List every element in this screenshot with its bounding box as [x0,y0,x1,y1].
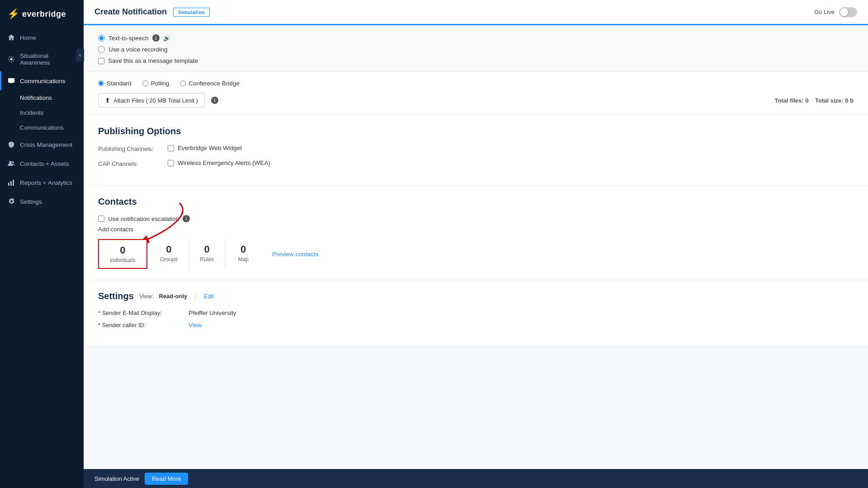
svg-rect-4 [10,181,12,186]
sidebar-collapse-button[interactable]: « [76,49,84,61]
publishing-channels-options: Everbridge Web Widget [168,145,242,155]
view-mode: Read-only [159,293,187,300]
web-widget-label: Everbridge Web Widget [178,145,242,151]
total-size-label: Total size: [815,97,844,104]
text-to-speech-radio[interactable] [98,35,105,42]
attach-info-icon[interactable]: i [211,97,218,104]
preview-contacts-link[interactable]: Preview contacts [272,239,318,269]
voice-recording-row: Use a voice recording [98,46,854,53]
sidebar-item-home[interactable]: Home [0,28,84,47]
sidebar-item-incidents[interactable]: Incidents [0,105,84,120]
settings-section: Settings View: Read-only | Edit * Sender… [84,280,868,345]
sidebar-item-communications-sub-label: Communications [20,124,64,131]
sender-email-value: Pfeiffer University [189,310,236,316]
reports-analytics-icon [7,178,15,187]
collapse-icon: « [79,52,81,58]
situational-awareness-icon [7,55,15,63]
svg-point-0 [10,58,13,61]
text-to-speech-label: Text-to-speech [108,35,149,42]
groups-label: Groups [160,256,178,263]
contacts-section: Contacts Use notification escalation i A… [84,186,868,280]
audio-icon[interactable]: 🔊 [163,34,170,42]
individuals-counter[interactable]: 0 Individuals [98,239,147,269]
map-counter[interactable]: 0 Map [225,239,261,269]
rules-count: 0 [204,244,209,255]
separator: | [194,292,196,300]
wea-checkbox[interactable] [168,160,174,166]
settings-header: Settings View: Read-only | Edit [98,291,854,301]
groups-counter[interactable]: 0 Groups [149,239,189,269]
sidebar-item-contacts-assets[interactable]: Contacts + Assets [0,154,84,173]
view-label: View: [139,293,154,300]
sidebar-item-situational-awareness-label: Situational Awareness [20,52,76,66]
go-live-toggle[interactable] [839,7,857,17]
sender-caller-view-link[interactable]: View [189,322,202,328]
settings-icon [7,197,15,206]
conference-bridge-option[interactable]: Conference Bridge [180,80,240,87]
sidebar-nav: Home Situational Awareness Communication… [0,26,84,488]
total-size-value: 0 b [845,97,854,104]
page-title: Create Notification [94,7,167,17]
crisis-management-icon [7,141,15,149]
sidebar-item-notifications[interactable]: Notifications [0,90,84,105]
sidebar-item-settings[interactable]: Settings [0,192,84,211]
file-stats: Total files: 0 Total size: 0 b [775,97,854,104]
info-icon[interactable]: i [152,34,160,42]
web-widget-option[interactable]: Everbridge Web Widget [168,145,242,151]
go-live-label: Go Live [814,9,835,15]
escalation-info-icon[interactable]: i [183,215,190,222]
standard-label: Standard [107,80,132,87]
topbar: Create Notification Simulation Go Live [84,0,868,25]
sidebar-item-settings-label: Settings [20,198,42,205]
contacts-title: Contacts [98,197,854,207]
sidebar-item-home-label: Home [20,34,36,41]
attach-files-button[interactable]: ⬆ Attach Files ( 20 MB Total Limit ) [98,93,205,108]
polling-option[interactable]: Polling [142,80,170,87]
cap-channels-row: CAP Channels: Wireless Emergency Alerts … [98,160,854,170]
publishing-title: Publishing Options [98,126,854,136]
svg-rect-5 [13,180,14,186]
sidebar-item-reports-analytics[interactable]: Reports + Analytics [0,173,84,192]
escalation-label: Use notification escalation [108,216,179,222]
sender-email-row: * Sender E-Mail Display: Pfeiffer Univer… [98,310,854,316]
save-template-checkbox[interactable] [98,58,104,64]
escalation-checkbox[interactable] [98,216,104,222]
rules-counter[interactable]: 0 Rules [189,239,225,269]
text-to-speech-row: Text-to-speech i 🔊 [98,34,854,42]
voice-recording-radio[interactable] [98,46,105,53]
standard-option[interactable]: Standard [98,80,132,87]
sidebar-item-crisis-management-label: Crisis Management [20,141,72,148]
publishing-channels-label: Publishing Channels: [98,145,157,152]
sidebar-item-reports-analytics-label: Reports + Analytics [20,179,72,186]
web-widget-checkbox[interactable] [168,145,174,151]
sidebar-item-situational-awareness[interactable]: Situational Awareness [0,47,84,71]
polling-label: Polling [151,80,170,87]
simulation-badge: Simulation [173,8,210,17]
audio-section: Text-to-speech i 🔊 Use a voice recording… [84,25,868,72]
content-inner: Text-to-speech i 🔊 Use a voice recording… [84,25,868,345]
main-content: Text-to-speech i 🔊 Use a voice recording… [84,25,868,488]
wea-label: Wireless Emergency Alerts (WEA) [178,160,270,166]
contacts-options: Use notification escalation i Add contac… [98,215,854,233]
groups-count: 0 [166,244,171,255]
polling-radio[interactable] [142,80,148,86]
svg-rect-3 [8,183,9,186]
standard-radio[interactable] [98,80,104,86]
cap-channels-label: CAP Channels: [98,160,157,167]
save-template-label: Save this as a message template [108,57,198,64]
sidebar-item-notifications-label: Notifications [20,94,52,101]
simulation-bar: Simulation Active Read More [84,469,868,488]
sidebar-item-communications-label: Communications [20,78,66,84]
wea-option[interactable]: Wireless Emergency Alerts (WEA) [168,160,270,166]
upload-icon: ⬆ [105,97,110,104]
sidebar-item-communications-sub[interactable]: Communications [0,120,84,135]
escalation-option[interactable]: Use notification escalation i [98,215,854,222]
edit-link[interactable]: Edit [203,293,213,300]
sidebar-item-contacts-assets-label: Contacts + Assets [20,160,69,167]
sidebar-item-communications[interactable]: Communications [0,71,84,90]
simulation-active-text: Simulation Active [94,475,139,482]
conference-bridge-radio[interactable] [180,80,186,86]
sidebar-item-crisis-management[interactable]: Crisis Management [0,135,84,154]
read-more-button[interactable]: Read More [145,473,188,485]
voice-recording-label: Use a voice recording [108,46,168,53]
